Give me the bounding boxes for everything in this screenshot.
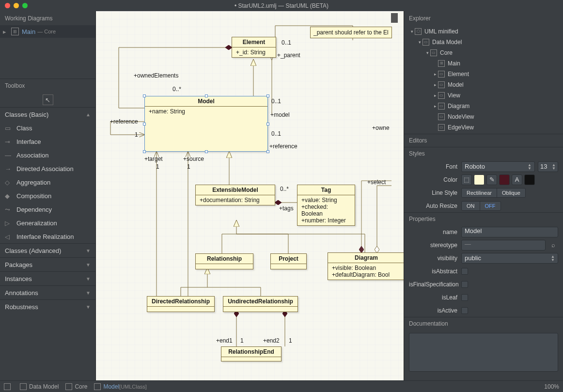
window-title: • StarUML2.umlj — StarUML (BETA): [0, 2, 563, 9]
uml-class-undirectedrelationship[interactable]: UndirectedRelationship: [223, 296, 298, 312]
working-diagrams-header: Working Diagrams: [0, 11, 95, 25]
font-size-input[interactable]: 13▲▼: [538, 161, 558, 172]
diagram-icon: ⊞: [11, 28, 19, 35]
uml-class-directedrelationship[interactable]: DirectedRelationship: [147, 296, 215, 312]
prop-visibility-select[interactable]: public▲▼: [461, 253, 558, 264]
line-color-swatch[interactable]: [499, 174, 510, 185]
auto-resize-on[interactable]: ON: [462, 202, 480, 210]
toolbox-item-class[interactable]: ▭Class: [0, 121, 95, 135]
prop-stereotype-input[interactable]: —: [461, 240, 546, 251]
tree-row[interactable]: ▭EdgeView: [404, 122, 563, 133]
diagram-canvas[interactable]: _parent should refer to the El Element +…: [95, 11, 404, 380]
uml-class-model[interactable]: Model +name: String: [144, 96, 268, 152]
role-model: +model: [270, 111, 290, 118]
uml-class-extensiblemodel[interactable]: ExtensibleModel +documentation: String: [195, 185, 275, 205]
uml-class-relationship[interactable]: Relationship: [195, 253, 253, 269]
status-crumb-core[interactable]: Core: [65, 383, 87, 390]
mult-01c: 0..1: [271, 130, 281, 137]
mult-1e1: 1: [240, 337, 244, 344]
text-color-swatch[interactable]: [524, 174, 535, 185]
auto-resize-label: Auto Resize: [409, 203, 457, 209]
tree-row[interactable]: ▸▭View: [404, 90, 563, 101]
explorer-tree[interactable]: ▾⬡UML minified▾▭Data Model▾▭Core⊞Main▸▭E…: [404, 25, 563, 134]
tree-row[interactable]: ▭NodeView: [404, 111, 563, 122]
toolbox-item-interface-realization[interactable]: ◁Interface Realization: [0, 230, 95, 243]
working-diagram-name: Main: [22, 28, 35, 35]
auto-resize-off[interactable]: OFF: [480, 202, 500, 210]
prop-isactive-checkbox[interactable]: [461, 307, 468, 314]
role-tags: +tags: [279, 205, 294, 212]
toolbox-header: Toolbox: [0, 78, 95, 93]
status-bar: Data Model Core Model[UMLClass] 100%: [0, 380, 563, 392]
pencil-icon[interactable]: ✎: [486, 174, 497, 185]
role-source: +source: [183, 156, 204, 162]
mult-1e2: 1: [289, 337, 292, 344]
documentation-header: Documentation: [404, 317, 563, 330]
diagram-note[interactable]: _parent should refer to the El: [310, 27, 392, 38]
tree-row[interactable]: ▾⬡UML minified: [404, 26, 563, 37]
mult-01a: 0..1: [282, 39, 291, 46]
titlebar: • StarUML2.umlj — StarUML (BETA): [0, 0, 563, 11]
toolbox-item-association[interactable]: —Association: [0, 148, 95, 162]
right-sidebar: Explorer ▾⬡UML minified▾▭Data Model▾▭Cor…: [404, 11, 563, 380]
uml-class-tag[interactable]: Tag +value: String+checked: Boolean+numb…: [297, 185, 355, 226]
uml-class-diagram[interactable]: Diagram +visible: Boolean+defaultDiagram…: [328, 252, 404, 280]
line-style-oblique[interactable]: Oblique: [497, 188, 525, 197]
prop-isfinalspec-checkbox[interactable]: [461, 281, 468, 288]
toolbox-item-dependency[interactable]: ⤳Dependency: [0, 203, 95, 216]
editors-header: Editors: [404, 134, 563, 147]
prop-isleaf-checkbox[interactable]: [461, 294, 468, 301]
documentation-textarea[interactable]: [409, 333, 558, 372]
status-crumb-datamodel[interactable]: Data Model: [20, 383, 59, 390]
role-reference: +reference: [110, 118, 138, 125]
toolbox-section-classes-advanced[interactable]: Classes (Advanced)▼: [0, 243, 95, 257]
search-icon[interactable]: ⌕: [548, 241, 558, 249]
toolbox-section-robustness[interactable]: Robustness▼: [0, 299, 95, 314]
eyedropper-icon[interactable]: ⬚: [461, 174, 472, 185]
toolbox-item-composition[interactable]: ◆Composition: [0, 189, 95, 203]
toolbox-section-instances[interactable]: Instances▼: [0, 271, 95, 285]
role-ownedelements: +ownedElements: [134, 72, 178, 79]
line-style-label: Line Style: [409, 189, 457, 196]
tree-row[interactable]: ▸▭Element: [404, 69, 563, 79]
tree-row[interactable]: ⊞Main: [404, 58, 563, 69]
text-color-icon[interactable]: A: [512, 174, 522, 185]
tree-row[interactable]: ▾▭Data Model: [404, 37, 563, 47]
tree-row[interactable]: ▸▭Model: [404, 79, 563, 90]
toolbox-section-annotations[interactable]: Annotations▼: [0, 285, 95, 299]
zoom-level[interactable]: 100%: [544, 383, 559, 390]
uml-class-element[interactable]: Element +_id: String: [232, 37, 276, 58]
toolbox-item-aggregation[interactable]: ◇Aggregation: [0, 175, 95, 189]
toolbox-item-interface[interactable]: ⊸Interface: [0, 135, 95, 148]
panel-pin-icon[interactable]: [391, 13, 398, 23]
role-parent: +_parent: [277, 52, 300, 59]
mult-0starb: 0..*: [280, 186, 289, 192]
toolbox-section-classes-basic[interactable]: Classes (Basic)▲: [0, 107, 95, 121]
toolbox-item-generalization[interactable]: ▷Generalization: [0, 216, 95, 230]
role-select: +select: [367, 179, 386, 186]
font-label: Font: [409, 163, 457, 170]
styles-header: Styles: [404, 147, 563, 160]
properties-header: Properties: [404, 213, 563, 225]
uml-class-relationshipend[interactable]: RelationshipEnd: [221, 346, 282, 361]
line-style-rectilinear[interactable]: Rectilinear: [462, 188, 497, 197]
status-crumb-root[interactable]: [4, 383, 13, 390]
prop-name-input[interactable]: Model: [461, 227, 558, 237]
uml-class-project[interactable]: Project: [270, 253, 307, 269]
explorer-header: Explorer: [404, 11, 563, 25]
role-target: +target: [144, 156, 163, 162]
toolbox-item-directed-association[interactable]: →Directed Association: [0, 162, 95, 175]
mult-01b: 0..1: [271, 98, 281, 105]
fill-color-swatch[interactable]: [474, 174, 485, 185]
tree-row[interactable]: ▸▭Diagram: [404, 101, 563, 111]
prop-isabstract-checkbox[interactable]: [461, 268, 468, 275]
role-owne: +owne: [372, 125, 390, 131]
selection-tool-button[interactable]: ↖: [43, 94, 53, 105]
status-crumb-model[interactable]: Model[UMLClass]: [94, 383, 147, 390]
left-sidebar: Working Diagrams ▸ ⊞ Main — Core Toolbox…: [0, 11, 95, 380]
working-diagram-tab[interactable]: ▸ ⊞ Main — Core: [0, 25, 95, 38]
tree-row[interactable]: ▾▭Core: [404, 47, 563, 58]
font-select[interactable]: Roboto▲▼: [461, 161, 535, 172]
mult-1a: 1: [135, 131, 138, 138]
toolbox-section-packages[interactable]: Packages▼: [0, 257, 95, 271]
